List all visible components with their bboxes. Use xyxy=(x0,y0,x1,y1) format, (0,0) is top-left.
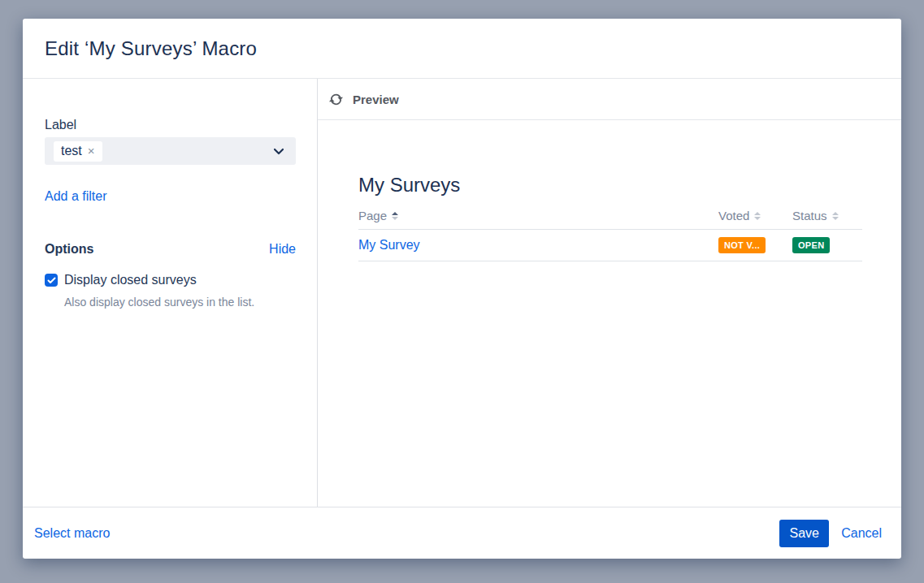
display-closed-description: Also display closed surveys in the list. xyxy=(64,296,296,309)
hide-options-link[interactable]: Hide xyxy=(269,242,296,257)
label-tag[interactable]: test × xyxy=(54,141,102,162)
sort-asc-icon xyxy=(392,212,398,220)
display-closed-checkbox[interactable] xyxy=(45,274,58,287)
macro-parameters-panel: Label test × Add a filter Options Hide xyxy=(23,79,318,507)
column-header-page[interactable]: Page xyxy=(358,209,718,222)
save-button[interactable]: Save xyxy=(779,520,829,547)
preview-title: Preview xyxy=(353,93,399,106)
status-cell: OPEN xyxy=(792,237,862,253)
surveys-table: Page Voted Status xyxy=(358,209,862,261)
sort-icon xyxy=(832,212,839,220)
refresh-icon[interactable] xyxy=(328,92,344,107)
dialog-body: Label test × Add a filter Options Hide xyxy=(23,79,901,507)
status-badge: OPEN xyxy=(792,237,830,253)
edit-macro-dialog: Edit ‘My Surveys’ Macro Label test × Add… xyxy=(23,19,901,559)
options-row: Options Hide xyxy=(45,242,296,257)
survey-page-link[interactable]: My Survey xyxy=(358,238,420,252)
options-heading: Options xyxy=(45,242,93,257)
preview-panel: Preview My Surveys Page Voted xyxy=(318,79,901,507)
label-field-label: Label xyxy=(45,118,296,132)
add-filter-link[interactable]: Add a filter xyxy=(45,189,106,204)
survey-page-cell: My Survey xyxy=(358,238,718,253)
sort-icon xyxy=(754,212,761,220)
table-row: My Survey NOT V... OPEN xyxy=(358,230,862,261)
dialog-header: Edit ‘My Surveys’ Macro xyxy=(23,19,901,79)
preview-header-bar: Preview xyxy=(318,79,901,120)
dialog-title: Edit ‘My Surveys’ Macro xyxy=(45,37,257,60)
cancel-link[interactable]: Cancel xyxy=(841,526,882,541)
label-select[interactable]: test × xyxy=(45,137,296,165)
table-header-row: Page Voted Status xyxy=(358,209,862,230)
surveys-heading: My Surveys xyxy=(358,174,901,196)
voted-cell: NOT V... xyxy=(718,237,792,253)
select-macro-link[interactable]: Select macro xyxy=(34,526,110,541)
display-closed-row: Display closed surveys xyxy=(45,273,296,287)
dialog-footer: Select macro Save Cancel xyxy=(23,507,901,559)
remove-tag-icon[interactable]: × xyxy=(88,145,95,157)
voted-badge: NOT V... xyxy=(718,237,766,253)
column-header-status[interactable]: Status xyxy=(792,209,862,222)
column-header-voted[interactable]: Voted xyxy=(718,209,792,222)
label-tag-text: test xyxy=(61,144,82,158)
preview-content: My Surveys Page Voted Status xyxy=(318,120,901,261)
checkmark-icon xyxy=(47,277,56,284)
chevron-down-icon[interactable] xyxy=(273,148,284,155)
display-closed-label[interactable]: Display closed surveys xyxy=(64,273,197,287)
